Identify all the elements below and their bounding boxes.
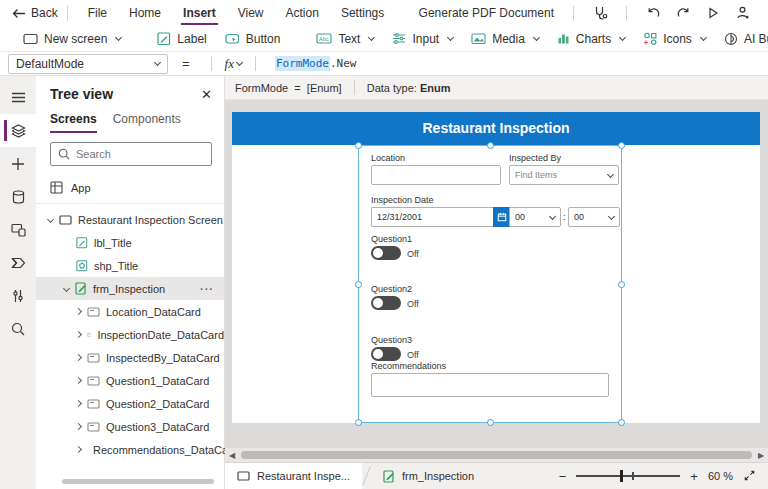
chevron-collapsed-icon[interactable] [75, 400, 82, 407]
date-input[interactable]: 12/31/2001 [371, 207, 493, 227]
recommendations-input[interactable] [371, 373, 609, 397]
datacard-icon [87, 422, 100, 432]
tree-item-datacard[interactable]: Question3_DataCard [36, 415, 224, 438]
tree-item-datacard[interactable]: InspectedBy_DataCard [36, 346, 224, 369]
canvas-title-bar[interactable]: Restaurant Inspection [232, 112, 760, 145]
selected-form-control[interactable]: Location Inspected By Find Items Inspect… [358, 145, 622, 423]
rail-media-button[interactable] [0, 213, 36, 246]
tree-item-datacard[interactable]: Question1_DataCard [36, 369, 224, 392]
more-options-button[interactable]: ··· [200, 283, 214, 295]
close-panel-button[interactable]: ✕ [201, 87, 212, 102]
chevron-collapsed-icon[interactable] [75, 308, 82, 315]
charts-menu-button[interactable]: Charts [548, 27, 634, 51]
tab-components[interactable]: Components [113, 112, 181, 133]
rail-search-button[interactable] [0, 312, 36, 345]
tree-item-datacard[interactable]: InspectionDate_DataCard [36, 323, 224, 346]
zoom-slider[interactable] [576, 475, 680, 477]
question1-toggle[interactable] [371, 246, 401, 260]
resize-handle-bottom-right[interactable] [618, 419, 625, 426]
inspected-by-dropdown[interactable]: Find Items [509, 165, 619, 185]
chevron-collapsed-icon[interactable] [75, 354, 82, 361]
scrollbar-thumb[interactable] [241, 451, 752, 459]
button-button[interactable]: Button [216, 27, 290, 51]
zoom-slider-thumb[interactable] [620, 470, 623, 482]
scroll-left-arrow[interactable]: ◀ [225, 451, 239, 460]
tree-horizontal-scrollbar[interactable] [62, 479, 214, 484]
redo-button[interactable] [670, 2, 696, 24]
app-checker-button[interactable] [587, 2, 613, 24]
tab-screens[interactable]: Screens [50, 112, 97, 133]
formula-input[interactable]: FormMode.New [275, 57, 356, 70]
menu-settings[interactable]: Settings [330, 0, 395, 26]
chevron-collapsed-icon[interactable] [75, 423, 82, 430]
scroll-right-arrow[interactable]: ▶ [754, 451, 768, 460]
new-screen-button[interactable]: New screen [14, 27, 130, 51]
label-icon [157, 32, 171, 46]
input-menu-button[interactable]: Input [383, 27, 462, 51]
breadcrumb-control[interactable]: frm_Inspection [371, 463, 486, 489]
datacard-icon [87, 307, 100, 317]
resize-handle-top-right[interactable] [618, 142, 625, 149]
zoom-in-button[interactable]: + [690, 470, 698, 483]
inspected-by-label: Inspected By [509, 153, 561, 163]
property-selector[interactable]: DefaultMode [8, 54, 168, 74]
screen-icon [59, 215, 72, 225]
tree-item-screen[interactable]: Restaurant Inspection Screen [36, 208, 224, 231]
menu-view[interactable]: View [227, 0, 275, 26]
back-button[interactable]: Back [12, 6, 58, 20]
canvas-horizontal-scrollbar[interactable]: ◀ ▶ [225, 448, 768, 462]
tree-item-lbl-title[interactable]: lbl_Title [36, 231, 224, 254]
resize-handle-bottom-left[interactable] [355, 419, 362, 426]
tree-item-app[interactable]: App [36, 174, 224, 201]
rail-data-button[interactable] [0, 180, 36, 213]
resize-handle-top-left[interactable] [355, 142, 362, 149]
tree-search-input[interactable]: Search [50, 142, 212, 166]
tree-item-shp-title[interactable]: shp_Title [36, 254, 224, 277]
ai-builder-menu-button[interactable]: AI Builder [715, 27, 768, 51]
location-input[interactable] [371, 165, 501, 185]
chevron-collapsed-icon[interactable] [75, 446, 82, 453]
rail-insert-button[interactable] [0, 147, 36, 180]
menu-insert[interactable]: Insert [172, 0, 227, 26]
zoom-out-button[interactable]: − [559, 470, 567, 483]
rail-tree-view-button[interactable] [0, 114, 36, 147]
hour-dropdown[interactable]: 00 [509, 207, 561, 227]
breadcrumb-screen[interactable]: Restaurant Inspe... [225, 463, 362, 489]
resize-handle-top-center[interactable] [487, 142, 494, 149]
fx-dropdown[interactable]: fx [221, 56, 246, 72]
question3-toggle[interactable] [371, 347, 401, 361]
rail-power-automate-button[interactable] [0, 246, 36, 279]
minute-dropdown[interactable]: 00 [568, 207, 620, 227]
tree-item-datacard[interactable]: Recommendations_DataCard [36, 438, 224, 461]
resize-handle-middle-right[interactable] [618, 281, 625, 288]
question2-toggle[interactable] [371, 296, 401, 310]
hamburger-menu-button[interactable] [0, 81, 36, 114]
resize-handle-bottom-center[interactable] [487, 419, 494, 426]
chevron-collapsed-icon[interactable] [75, 331, 82, 338]
database-icon [12, 190, 25, 204]
menu-action[interactable]: Action [275, 0, 330, 26]
fit-to-window-button[interactable] [743, 469, 756, 484]
preview-button[interactable] [700, 2, 726, 24]
label-button[interactable]: Label [148, 27, 215, 51]
chevron-expanded-icon[interactable] [47, 216, 54, 223]
share-user-button[interactable] [730, 2, 756, 24]
text-menu-button[interactable]: Abc Text [307, 27, 383, 51]
date-picker[interactable]: 12/31/2001 [371, 207, 511, 227]
chevron-expanded-icon[interactable] [63, 285, 70, 292]
resize-handle-middle-left[interactable] [355, 281, 362, 288]
menu-home[interactable]: Home [118, 0, 172, 26]
media-menu-button[interactable]: Media [462, 27, 548, 51]
rail-advanced-tools-button[interactable] [0, 279, 36, 312]
chevron-collapsed-icon[interactable] [75, 377, 82, 384]
generate-pdf-button[interactable]: Generate PDF Document [419, 6, 560, 20]
undo-button[interactable] [640, 2, 666, 24]
person-icon [735, 5, 751, 21]
menu-file[interactable]: File [77, 0, 118, 26]
icons-menu-button[interactable]: Icons [634, 27, 715, 51]
tree-item-frm-inspection[interactable]: frm_Inspection ··· [36, 277, 224, 300]
menu-bar: Back File Home Insert View Action Settin… [0, 0, 768, 26]
app-canvas[interactable]: Restaurant Inspection Location Inspected… [232, 112, 760, 423]
tree-item-datacard[interactable]: Location_DataCard [36, 300, 224, 323]
tree-item-datacard[interactable]: Question2_DataCard [36, 392, 224, 415]
